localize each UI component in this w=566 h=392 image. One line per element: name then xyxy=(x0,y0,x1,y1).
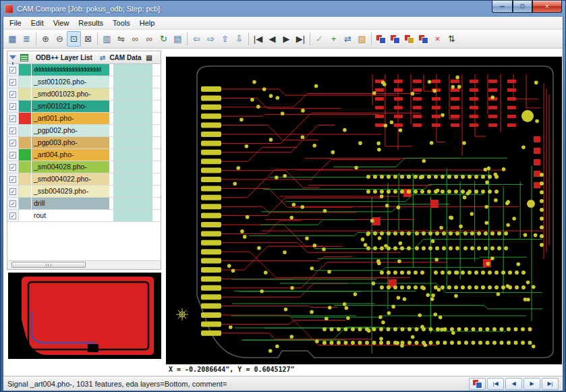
layer-name[interactable]: _sst001026.pho- xyxy=(32,76,109,88)
layer-name[interactable]: dddddddddddddddddddddd xyxy=(32,64,109,76)
layer-name[interactable]: _ssb004029.pho- xyxy=(32,186,109,197)
cam-data-cell[interactable] xyxy=(113,161,152,173)
layer-color-swatch[interactable] xyxy=(19,173,32,185)
export-list-icon[interactable]: ▤ xyxy=(144,54,154,61)
layer-name[interactable]: _smd004022.pho- xyxy=(32,173,109,185)
title-bar[interactable]: CAM Compare [Job: pokus_odb; Step: pcb] … xyxy=(3,1,563,17)
pan-down-button[interactable]: ⇩ xyxy=(232,31,246,47)
last-difference-button[interactable]: ▶| xyxy=(293,31,308,47)
layer-stack-icon[interactable] xyxy=(20,54,28,61)
cam-data-cell[interactable] xyxy=(113,101,152,112)
swap-compare-button[interactable]: ⇄ xyxy=(341,31,355,47)
layer-visibility-checkbox[interactable]: ✓ xyxy=(7,149,19,161)
cam-data-cell[interactable] xyxy=(113,113,152,124)
layer-row[interactable]: ✓_sst001026.pho- xyxy=(7,76,161,88)
layer-row[interactable]: ✓_pgp003.pho- xyxy=(7,137,161,149)
layer-name[interactable]: drill xyxy=(32,198,109,209)
layer-visibility-checkbox[interactable]: ✓ xyxy=(7,210,19,221)
layer-name[interactable]: _pgp003.pho- xyxy=(32,137,109,148)
layer-name[interactable]: _art001.pho- xyxy=(32,113,109,124)
export-layers-button[interactable] xyxy=(388,31,402,47)
cam-data-cell[interactable] xyxy=(113,88,152,100)
feature-list-button[interactable]: ≣ xyxy=(20,31,34,47)
menu-file[interactable]: File xyxy=(5,18,26,28)
layer-row[interactable]: ✓_pgp002.pho- xyxy=(7,125,161,137)
find-next-button[interactable]: ∞ xyxy=(142,31,157,47)
layer-visibility-checkbox[interactable]: ✓ xyxy=(7,198,19,209)
layer-name[interactable]: rout xyxy=(32,210,109,221)
export-results-button[interactable] xyxy=(402,31,416,47)
cam-data-cell[interactable] xyxy=(113,64,152,76)
layer-visibility-checkbox[interactable]: ✓ xyxy=(7,173,19,185)
layer-row[interactable]: ✓_smd004022.pho- xyxy=(7,173,161,186)
sync-layers-button[interactable]: ▤ xyxy=(171,31,185,47)
cam-data-cell[interactable] xyxy=(113,186,152,197)
layer-color-swatch[interactable] xyxy=(19,137,32,148)
zoom-in-button[interactable]: ⊕ xyxy=(38,31,53,47)
layer-table-button[interactable]: ▦ xyxy=(5,31,20,47)
layer-color-swatch[interactable] xyxy=(19,186,32,197)
layer-visibility-checkbox[interactable]: ✓ xyxy=(7,113,19,124)
layer-color-swatch[interactable] xyxy=(19,198,32,209)
layer-visibility-checkbox[interactable]: ✓ xyxy=(7,125,19,136)
cam-data-cell[interactable] xyxy=(113,125,152,136)
compare-columns-icon[interactable]: ⇄ xyxy=(98,54,107,61)
layer-row[interactable]: ✓rout xyxy=(7,210,161,222)
horizontal-scrollbar[interactable] xyxy=(7,260,161,269)
menu-tools[interactable]: Tools xyxy=(108,18,135,28)
cam-data-cell[interactable] xyxy=(113,173,152,185)
layer-visibility-checkbox[interactable]: ✓ xyxy=(7,161,19,173)
first-difference-button[interactable]: |◀ xyxy=(251,31,265,47)
layer-color-swatch[interactable] xyxy=(19,161,32,173)
export-report-button[interactable] xyxy=(374,31,388,47)
last-result-button[interactable]: ▶| xyxy=(542,378,559,390)
menu-view[interactable]: View xyxy=(49,18,74,28)
delete-results-button[interactable]: × xyxy=(430,31,445,47)
pan-right-button[interactable]: ⇨ xyxy=(204,31,218,47)
menu-help[interactable]: Help xyxy=(135,18,160,28)
zoom-out-button[interactable]: ⊖ xyxy=(53,31,67,47)
cam-data-header[interactable]: CAM Data xyxy=(107,54,144,61)
layer-row[interactable]: ✓drill xyxy=(7,198,161,210)
filter-funnel-icon[interactable] xyxy=(7,55,18,59)
pan-left-button[interactable]: ⇦ xyxy=(190,31,204,47)
cam-data-cell[interactable] xyxy=(113,198,152,209)
layer-name[interactable]: _pgp002.pho- xyxy=(32,125,109,136)
layer-row[interactable]: ✓_sm001021.pho- xyxy=(7,101,161,113)
minimize-button[interactable]: ─ xyxy=(492,1,513,13)
menu-edit[interactable]: Edit xyxy=(26,18,49,28)
layer-color-swatch[interactable] xyxy=(19,113,32,124)
zoom-window-button[interactable]: ⊡ xyxy=(67,31,81,47)
results-report-button[interactable] xyxy=(469,378,486,390)
layer-name[interactable]: _sm001021.pho- xyxy=(32,101,109,112)
layer-visibility-checkbox[interactable]: ✓ xyxy=(7,88,19,100)
close-button[interactable]: × xyxy=(532,1,562,13)
run-compare-button[interactable]: ↻ xyxy=(157,31,171,47)
maximize-button[interactable]: □ xyxy=(513,1,532,13)
layer-row[interactable]: ✓_ssb004029.pho- xyxy=(7,186,161,198)
export-cam-button[interactable] xyxy=(416,31,430,47)
cam-data-cell[interactable] xyxy=(113,210,152,221)
layer-row[interactable]: ✓_sm004028.pho- xyxy=(7,161,161,173)
layer-visibility-checkbox[interactable]: ✓ xyxy=(7,64,19,76)
layer-row[interactable]: ✓_smd001023.pho- xyxy=(7,88,161,101)
pan-up-button[interactable]: ⇧ xyxy=(218,31,232,47)
layer-name[interactable]: _sm004028.pho- xyxy=(32,161,109,173)
next-difference-button[interactable]: ▶ xyxy=(279,31,293,47)
layer-visibility-checkbox[interactable]: ✓ xyxy=(7,76,19,88)
prev-result-button[interactable]: ◀ xyxy=(505,378,522,390)
next-result-button[interactable]: ▶ xyxy=(523,378,540,390)
layer-color-swatch[interactable] xyxy=(19,149,32,161)
layer-row[interactable]: ✓dddddddddddddddddddddd xyxy=(7,64,161,76)
menu-results[interactable]: Results xyxy=(74,18,108,28)
scrollbar-thumb[interactable] xyxy=(11,262,86,268)
layer-color-swatch[interactable] xyxy=(19,125,32,136)
add-marker-button[interactable]: + xyxy=(327,31,341,47)
cam-data-cell[interactable] xyxy=(113,149,152,161)
layer-color-swatch[interactable] xyxy=(19,76,32,88)
cam-data-cell[interactable] xyxy=(113,76,152,88)
sort-results-button[interactable]: ⇅ xyxy=(445,31,459,47)
layer-row[interactable]: ✓_art004.pho- xyxy=(7,149,161,161)
layer-visibility-checkbox[interactable]: ✓ xyxy=(7,186,19,197)
odb-layer-list-header[interactable]: ODB++ Layer List xyxy=(30,54,98,61)
